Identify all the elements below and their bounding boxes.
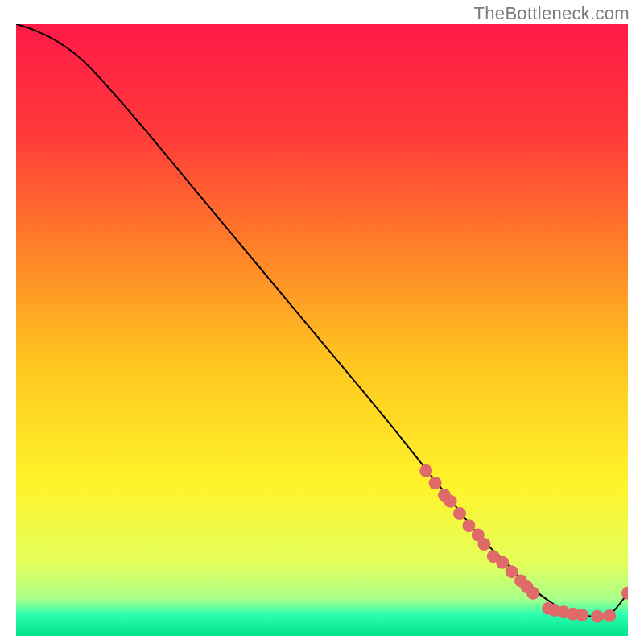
data-marker [462, 519, 475, 532]
chart-container: TheBottleneck.com [0, 0, 644, 644]
data-marker [477, 538, 490, 551]
data-marker [453, 507, 466, 520]
chart-background [16, 24, 628, 636]
data-marker [591, 610, 604, 623]
chart-svg [16, 24, 628, 636]
data-marker [419, 464, 432, 477]
data-marker [429, 477, 442, 489]
data-marker [576, 609, 588, 621]
data-marker [506, 565, 518, 578]
data-marker [444, 495, 457, 508]
watermark-text: TheBottleneck.com [474, 3, 630, 24]
data-marker [603, 609, 616, 622]
data-marker [496, 556, 509, 569]
plot-area [16, 24, 628, 636]
data-marker [526, 587, 539, 600]
